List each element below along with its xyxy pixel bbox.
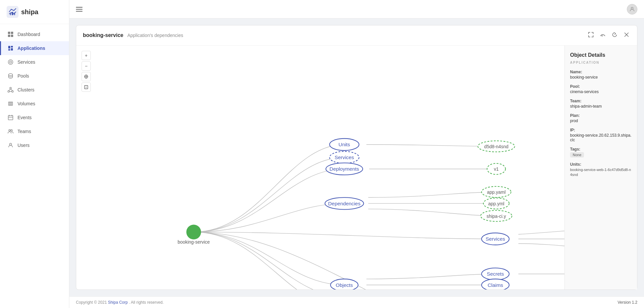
svg-rect-5 — [11, 32, 13, 34]
svg-point-40 — [186, 225, 201, 240]
main-area: booking-service Application's dependenci… — [69, 0, 644, 308]
sidebar-item-users[interactable]: Users — [0, 138, 69, 152]
svg-text:Claims: Claims — [488, 282, 503, 288]
node-secrets[interactable]: Secrets — [482, 268, 509, 280]
footer-version: Version 1.2 — [618, 300, 637, 305]
svg-rect-11 — [11, 48, 13, 51]
close-button[interactable] — [623, 31, 630, 40]
sidebar-nav: Dashboard Applications Services Pools Cl… — [0, 24, 69, 308]
field-team-label: Team: — [570, 99, 632, 103]
svg-text:Units: Units — [339, 142, 350, 147]
fullscreen-button[interactable] — [587, 31, 595, 40]
users-icon — [8, 142, 14, 148]
field-plan-label: Plan: — [570, 113, 632, 118]
field-name: Name: booking-service — [570, 70, 632, 80]
refresh-button[interactable] — [611, 31, 619, 40]
node-objects[interactable]: Objects — [330, 279, 358, 290]
node-shipa-ci[interactable]: shipa-ci.y — [481, 210, 512, 221]
user-avatar[interactable] — [627, 4, 637, 15]
tag-none: None — [570, 152, 584, 157]
node-app-yml[interactable]: app.yml — [483, 198, 509, 209]
svg-point-14 — [9, 74, 13, 76]
zoom-in-button[interactable]: + — [82, 51, 91, 60]
dep-main-content: + − — [76, 46, 637, 290]
graph-controls: + − — [82, 51, 91, 92]
node-services-label[interactable]: Services — [329, 152, 359, 163]
object-details-title: Object Details — [570, 52, 632, 58]
field-ip-label: IP: — [570, 128, 632, 132]
sidebar-item-services[interactable]: Services — [0, 55, 69, 69]
panel-header: booking-service Application's dependenci… — [76, 25, 637, 46]
field-plan-value: prod — [570, 119, 632, 123]
sidebar-item-pools[interactable]: Pools — [0, 69, 69, 83]
sidebar-item-events[interactable]: Events — [0, 111, 69, 124]
logo-area: shipa — [0, 0, 69, 24]
node-deployments[interactable]: Deployments — [326, 163, 363, 175]
volumes-icon — [8, 101, 14, 107]
node-app-yaml[interactable]: app.yaml — [482, 187, 511, 197]
node-booking-service[interactable]: booking-service — [178, 225, 210, 245]
svg-text:Deployments: Deployments — [329, 166, 359, 172]
sidebar-item-applications[interactable]: Applications — [0, 41, 69, 55]
expand-button[interactable] — [82, 83, 91, 92]
svg-text:Secrets: Secrets — [487, 271, 504, 277]
svg-point-17 — [12, 91, 14, 92]
clusters-icon — [8, 87, 14, 93]
applications-icon — [8, 45, 14, 51]
hamburger-menu[interactable] — [76, 7, 83, 12]
signal-button[interactable] — [599, 31, 607, 40]
svg-text:Objects: Objects — [336, 282, 353, 288]
shipa-logo-icon — [7, 6, 18, 18]
sidebar-item-clusters[interactable]: Clusters — [0, 83, 69, 97]
sidebar-item-dashboard[interactable]: Dashboard — [0, 27, 69, 41]
node-d5d8-n4snd[interactable]: d5d8-n4snd — [478, 141, 515, 152]
svg-line-18 — [9, 89, 11, 91]
svg-point-31 — [631, 7, 633, 9]
topbar — [69, 0, 644, 18]
svg-rect-9 — [11, 46, 13, 48]
services-icon — [8, 59, 14, 65]
field-units-label: Units: — [570, 162, 632, 167]
field-name-label: Name: — [570, 70, 632, 74]
svg-text:shipa-ci.y: shipa-ci.y — [487, 214, 506, 219]
node-claims[interactable]: Claims — [482, 279, 509, 290]
sidebar-label-users: Users — [17, 143, 30, 148]
svg-point-30 — [10, 143, 12, 145]
logo-text: shipa — [21, 8, 38, 16]
sidebar-item-teams[interactable]: Teams — [0, 124, 69, 138]
svg-rect-2 — [12, 12, 13, 15]
fit-button[interactable] — [82, 72, 91, 81]
field-tags: Tags: None — [570, 147, 632, 157]
field-tags-label: Tags: — [570, 147, 632, 152]
sidebar-label-teams: Teams — [17, 129, 31, 134]
field-pool-label: Pool: — [570, 84, 632, 89]
footer-company-link[interactable]: Shipa Corp — [108, 300, 128, 305]
svg-point-13 — [10, 61, 12, 63]
node-units[interactable]: Units — [329, 139, 359, 151]
svg-rect-4 — [8, 32, 10, 34]
footer-rights-text: . All rights reserved. — [129, 300, 163, 305]
sidebar-item-volumes[interactable]: Volumes — [0, 97, 69, 111]
events-icon — [8, 115, 14, 120]
svg-text:app.yml: app.yml — [488, 201, 504, 206]
svg-rect-24 — [8, 116, 13, 120]
sidebar-label-dashboard: Dashboard — [17, 32, 40, 37]
field-units: Units: booking-service-web-1-6c47d9d5d8-… — [570, 162, 632, 178]
zoom-out-button[interactable]: − — [82, 61, 91, 71]
field-team-value: shipa-admin-team — [570, 104, 632, 109]
sidebar: shipa Dashboard Applications Services Po… — [0, 0, 69, 308]
svg-rect-6 — [8, 35, 10, 37]
svg-rect-1 — [10, 13, 11, 15]
svg-rect-8 — [8, 46, 10, 49]
sidebar-label-services: Services — [17, 59, 35, 65]
node-services-right[interactable]: Services — [482, 233, 509, 245]
content-area: booking-service Application's dependenci… — [69, 18, 644, 296]
svg-text:Services: Services — [486, 236, 505, 242]
field-name-value: booking-service — [570, 75, 632, 80]
topbar-right — [627, 4, 637, 15]
node-v1[interactable]: v1 — [487, 163, 506, 174]
footer-copyright-text: Copyright © 2021 — [76, 300, 107, 305]
svg-point-29 — [11, 130, 13, 131]
node-dependencies[interactable]: Dependencies — [325, 197, 363, 209]
sidebar-label-applications: Applications — [17, 46, 45, 51]
